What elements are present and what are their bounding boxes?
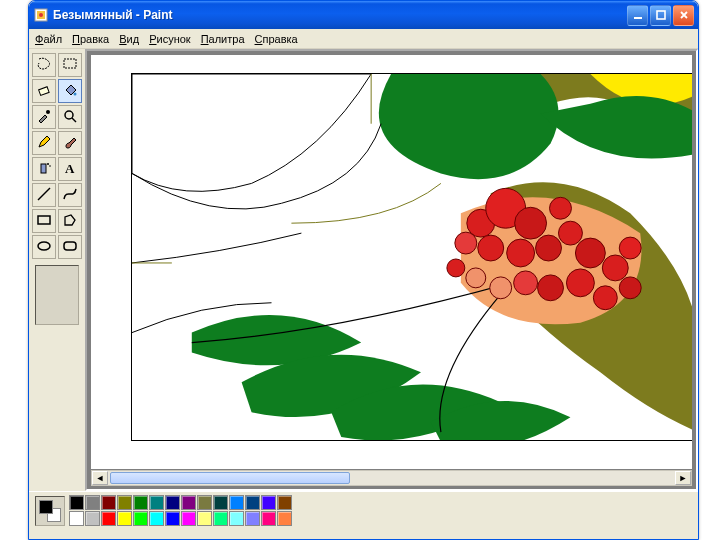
app-icon <box>33 7 49 23</box>
tool-rectangle[interactable] <box>32 209 56 233</box>
svg-rect-4 <box>64 59 76 68</box>
color-swatch[interactable] <box>245 511 260 526</box>
svg-rect-5 <box>39 87 50 96</box>
menu-view[interactable]: Вид <box>119 33 139 45</box>
tool-rect-select[interactable] <box>58 53 82 77</box>
svg-point-14 <box>38 242 50 250</box>
color-swatch[interactable] <box>213 495 228 510</box>
color-palette <box>69 495 292 526</box>
color-swatch[interactable] <box>133 511 148 526</box>
color-swatch[interactable] <box>277 511 292 526</box>
tool-fill[interactable] <box>58 79 82 103</box>
menubar: Файл Правка Вид Рисунок Палитра Справка <box>29 29 698 49</box>
canvas-area: ◄ ► <box>85 49 698 491</box>
color-swatch[interactable] <box>197 495 212 510</box>
foreground-color-swatch[interactable] <box>39 500 53 514</box>
color-swatch[interactable] <box>229 511 244 526</box>
minimize-button[interactable] <box>627 5 648 26</box>
text-icon: A <box>62 160 78 178</box>
menu-colors[interactable]: Палитра <box>201 33 245 45</box>
color-swatch[interactable] <box>165 495 180 510</box>
svg-point-10 <box>47 163 49 165</box>
polygon-icon <box>62 212 78 230</box>
titlebar[interactable]: Безымянный - Paint <box>29 1 698 29</box>
menu-edit[interactable]: Правка <box>72 33 109 45</box>
svg-point-23 <box>536 235 562 261</box>
current-colors[interactable] <box>35 496 65 526</box>
svg-rect-2 <box>634 17 642 19</box>
svg-point-8 <box>65 111 73 119</box>
color-swatch[interactable] <box>101 511 116 526</box>
horizontal-scrollbar[interactable]: ◄ ► <box>91 470 692 486</box>
svg-point-31 <box>490 277 512 299</box>
tool-eraser[interactable] <box>32 79 56 103</box>
color-swatch[interactable] <box>149 495 164 510</box>
color-swatch[interactable] <box>69 511 84 526</box>
color-swatch[interactable] <box>85 511 100 526</box>
color-swatch[interactable] <box>213 511 228 526</box>
tool-brush[interactable] <box>58 131 82 155</box>
svg-point-35 <box>447 259 465 277</box>
brush-icon <box>62 134 78 152</box>
svg-point-25 <box>575 238 605 268</box>
color-swatch[interactable] <box>261 495 276 510</box>
tool-picker[interactable] <box>32 105 56 129</box>
rect-select-icon <box>62 56 78 74</box>
tool-airbrush[interactable] <box>32 157 56 181</box>
svg-point-33 <box>593 286 617 310</box>
color-swatch[interactable] <box>197 511 212 526</box>
color-swatch[interactable] <box>245 495 260 510</box>
pencil-icon <box>36 134 52 152</box>
svg-point-29 <box>538 275 564 301</box>
maximize-button[interactable] <box>650 5 671 26</box>
color-swatch[interactable] <box>69 495 84 510</box>
svg-rect-13 <box>38 216 50 224</box>
color-swatch[interactable] <box>117 495 132 510</box>
tool-rounded-rect[interactable] <box>58 235 82 259</box>
svg-text:A: A <box>65 161 75 176</box>
color-swatch[interactable] <box>117 511 132 526</box>
color-swatch[interactable] <box>229 495 244 510</box>
color-swatch[interactable] <box>277 495 292 510</box>
picker-icon <box>36 108 52 126</box>
menu-help[interactable]: Справка <box>255 33 298 45</box>
tool-polygon[interactable] <box>58 209 82 233</box>
svg-point-28 <box>566 269 594 297</box>
menu-image[interactable]: Рисунок <box>149 33 191 45</box>
svg-point-22 <box>507 239 535 267</box>
fill-icon <box>62 82 78 100</box>
svg-point-20 <box>478 235 504 261</box>
color-palette-bar <box>29 491 698 529</box>
tool-magnifier[interactable] <box>58 105 82 129</box>
tool-ellipse[interactable] <box>32 235 56 259</box>
color-swatch[interactable] <box>101 495 116 510</box>
eraser-icon <box>36 82 52 100</box>
statusbar <box>29 529 698 539</box>
color-swatch[interactable] <box>181 495 196 510</box>
tool-pencil[interactable] <box>32 131 56 155</box>
color-swatch[interactable] <box>165 511 180 526</box>
close-button[interactable] <box>673 5 694 26</box>
svg-point-7 <box>46 110 50 114</box>
color-swatch[interactable] <box>181 511 196 526</box>
svg-rect-15 <box>64 242 76 250</box>
scroll-thumb[interactable] <box>110 472 350 484</box>
scroll-right-button[interactable]: ► <box>675 471 691 485</box>
svg-point-21 <box>455 232 477 254</box>
color-swatch[interactable] <box>85 495 100 510</box>
canvas[interactable] <box>131 73 692 441</box>
menu-file[interactable]: Файл <box>35 33 62 45</box>
paint-window: Безымянный - Paint Файл Правка Вид Рисун… <box>28 0 699 540</box>
scroll-left-button[interactable]: ◄ <box>92 471 108 485</box>
scroll-track[interactable] <box>108 471 675 485</box>
airbrush-icon <box>36 160 52 178</box>
color-swatch[interactable] <box>133 495 148 510</box>
tool-line[interactable] <box>32 183 56 207</box>
tool-text[interactable]: A <box>58 157 82 181</box>
color-swatch[interactable] <box>149 511 164 526</box>
tool-curve[interactable] <box>58 183 82 207</box>
color-swatch[interactable] <box>261 511 276 526</box>
tool-free-select[interactable] <box>32 53 56 77</box>
tool-options[interactable] <box>35 265 79 325</box>
svg-rect-3 <box>657 11 665 19</box>
